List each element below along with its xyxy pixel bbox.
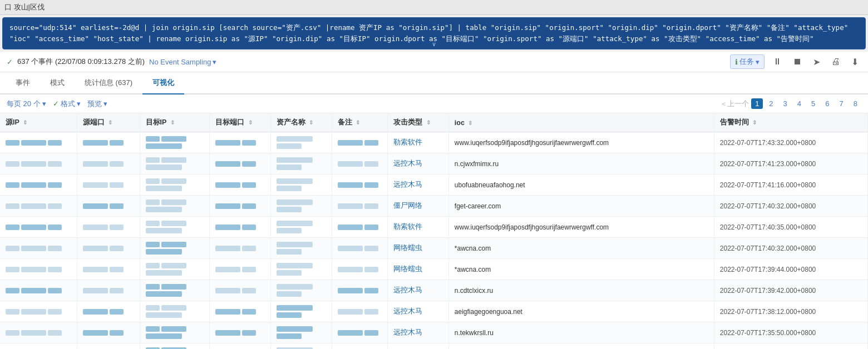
blurred-cell [0,259,77,280]
blurred-cell [77,343,140,350]
col-header-src-ip[interactable]: 源IP ⇕ [0,113,77,132]
query-box[interactable]: source="udp:514" earliest=-2d@d | join o… [2,17,866,49]
col-header-time[interactable]: 告警时间 ⇕ [714,113,867,132]
preview-btn[interactable]: 预览 ▾ [87,99,107,109]
blurred-cell [210,174,271,196]
blurred-cell [140,322,210,343]
ioc-cell[interactable]: www.iuqerfsodp9ifjaposdfjhgosurijfaewrwe… [448,132,714,153]
blurred-cell [332,174,387,196]
ioc-cell[interactable]: n.cdtclxicx.ru [448,280,714,301]
table-row: 远控木马n.tekwkrsll.ru2022-07-07T17:35:50.00… [0,322,868,343]
table-row: 网络蠕虫*awcna.com2022-07-07T17:39:44.000+08… [0,259,868,280]
time-cell: 2022-07-07T17:39:44.000+0800 [714,259,867,280]
ioc-cell[interactable]: fget-career.com [448,196,714,217]
tab-stats[interactable]: 统计信息 (637) [75,72,142,94]
blurred-cell [270,217,332,238]
page-7[interactable]: 7 [836,98,847,109]
sort-icon-src-port: ⇕ [108,119,112,126]
attack-type-cell: 远控木马 [388,322,449,343]
blurred-cell [332,132,387,153]
blurred-cell [270,259,332,280]
blurred-cell [140,196,210,217]
time-cell: 2022-07-07T17:35:50.000+0800 [714,322,867,343]
blurred-cell [77,153,140,174]
results-bar: ✓ 637 个事件 (22/07/08 0:09:13.278 之前) No E… [0,52,868,72]
page-4[interactable]: 4 [793,98,805,109]
blurred-cell [0,280,77,301]
page-1[interactable]: 1 [751,98,763,109]
col-header-src-port[interactable]: 源端口 ⇕ [77,113,140,132]
pause-btn[interactable]: ⏸ [770,56,785,68]
pagination: ＜上一个 1 2 3 4 5 6 7 8 [720,98,861,109]
tab-patterns[interactable]: 模式 [40,72,75,94]
ioc-cell[interactable]: *awcna.com [448,259,714,280]
forward-btn[interactable]: ➤ [810,56,823,68]
per-page-btn[interactable]: 每页 20 个 ▾ [7,99,46,109]
page-6[interactable]: 6 [821,98,833,109]
col-header-attack[interactable]: 攻击类型 ⇕ [388,113,449,132]
page-2[interactable]: 2 [765,98,777,109]
task-btn[interactable]: ℹ 任务 ▾ [730,54,765,69]
col-header-ioc[interactable]: ioc ⇕ [448,113,714,132]
tab-visualize[interactable]: 可视化 [142,72,184,94]
blurred-cell [332,343,387,350]
col-dst-port-label: 目标端口 [215,118,244,126]
format-btn[interactable]: ✓ 格式 ▾ [53,99,81,109]
info-icon: ℹ [735,58,738,66]
ioc-cell[interactable]: *awcna.com [448,238,714,259]
col-header-remark[interactable]: 备注 ⇕ [332,113,387,132]
blurred-cell [140,174,210,196]
col-time-label: 告警时间 [720,118,749,126]
table-row: 僵尸网络fget-career.com2022-07-07T17:40:32.0… [0,196,868,217]
blurred-cell [210,132,271,153]
blurred-cell [0,238,77,259]
blurred-cell [77,280,140,301]
sort-icon-dst-port: ⇕ [248,119,253,126]
table-row: 远控木马n.cdtclxicx.ru2022-07-07T17:39:42.00… [0,280,868,301]
blurred-cell [270,238,332,259]
task-arrow: ▾ [756,58,760,66]
ioc-cell[interactable]: ubofuabneuafaohog.net [448,174,714,196]
page-3[interactable]: 3 [780,98,791,109]
sort-icon-attack: ⇕ [426,119,431,126]
page-8[interactable]: 8 [850,98,861,109]
blurred-cell [332,280,387,301]
table-header-row: 源IP ⇕ 源端口 ⇕ 目标IP ⇕ 目标端口 ⇕ 资产名称 ⇕ [0,113,868,132]
blurred-cell [77,301,140,322]
ioc-cell[interactable]: www.iuqerfsodp9ifjaposdfjhgosurijfaewrwe… [448,343,714,350]
ioc-cell[interactable]: n.cjwxfmimx.ru [448,153,714,174]
ioc-cell[interactable]: www.iuqerfsodp9ifjaposdfjhgosurijfaewrwe… [448,217,714,238]
no-sampling-label: No Event Sampling [149,58,211,66]
col-header-asset[interactable]: 资产名称 ⇕ [270,113,332,132]
attack-type-cell: 远控木马 [388,280,449,301]
blurred-cell [270,153,332,174]
tab-events[interactable]: 事件 [6,72,40,94]
col-header-dst-ip[interactable]: 目标IP ⇕ [140,113,210,132]
blurred-cell [140,259,210,280]
ioc-cell[interactable]: aeigfiagegoenguoa.net [448,301,714,322]
blurred-cell [0,132,77,153]
per-page-arrow: ▾ [42,99,46,108]
print-btn[interactable]: 🖨 [828,56,843,68]
query-expand-btn[interactable]: ∨ [432,41,436,48]
no-sampling-btn[interactable]: No Event Sampling ▾ [149,58,216,66]
table-row: 勒索软件www.iuqerfsodp9ifjaposdfjhgosurijfae… [0,217,868,238]
data-table: 源IP ⇕ 源端口 ⇕ 目标IP ⇕ 目标端口 ⇕ 资产名称 ⇕ [0,113,868,349]
attack-type-cell: 僵尸网络 [388,196,449,217]
download-btn[interactable]: ⬇ [849,56,861,68]
ioc-cell[interactable]: n.tekwkrsll.ru [448,322,714,343]
col-header-dst-port[interactable]: 目标端口 ⇕ [210,113,271,132]
blurred-cell [140,217,210,238]
stop-btn[interactable]: ⏹ [790,56,805,68]
blurred-cell [210,217,271,238]
sort-icon-asset: ⇕ [309,119,313,126]
sort-icon-src-ip: ⇕ [23,119,27,126]
blurred-cell [0,217,77,238]
table-row: 远控木马ubofuabneuafaohog.net2022-07-07T17:4… [0,174,868,196]
prev-page-btn[interactable]: ＜上一个 [720,99,749,109]
blurred-cell [0,153,77,174]
per-page-label: 每页 20 个 [7,99,41,109]
results-count: 637 个事件 (22/07/08 0:09:13.278 之前) [17,57,145,67]
page-5[interactable]: 5 [807,98,819,109]
blurred-cell [332,301,387,322]
